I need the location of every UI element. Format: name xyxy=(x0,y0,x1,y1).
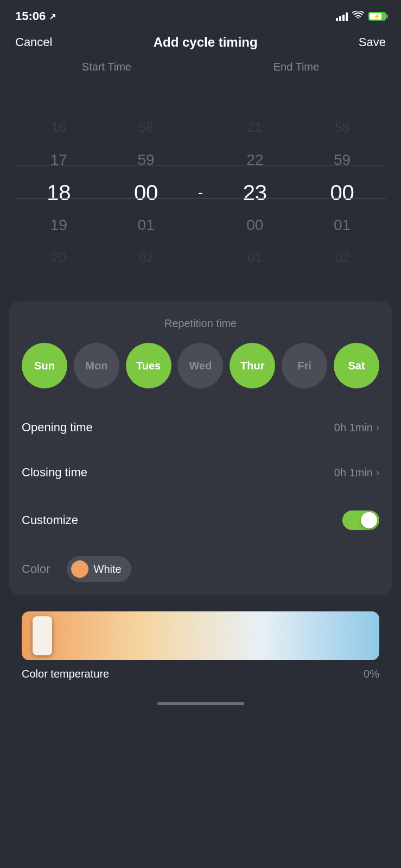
end-time-label: End Time xyxy=(273,61,319,73)
time-picker-section: 15 16 17 18 19 20 21 57 58 59 00 01 02 0… xyxy=(0,79,401,285)
picker-item: 16 xyxy=(15,111,103,144)
day-button-sat[interactable]: Sat xyxy=(334,343,379,388)
color-temperature-section: Color temperature 0% xyxy=(9,595,392,691)
time-separator: - xyxy=(190,79,212,285)
temp-value: 0% xyxy=(364,668,379,680)
picker-item-selected: 18 xyxy=(15,176,103,209)
days-row: Sun Mon Tues Wed Thur Fri Sat xyxy=(22,343,379,388)
picker-item: 58 xyxy=(103,111,190,144)
picker-item: 57 xyxy=(298,79,386,111)
picker-item: 01 xyxy=(212,241,299,274)
picker-item: 00 xyxy=(212,209,299,241)
picker-item: 57 xyxy=(103,79,190,111)
start-hour-picker[interactable]: 15 16 17 18 19 20 21 xyxy=(15,79,103,285)
signal-bars-icon xyxy=(336,11,348,21)
picker-item: 02 xyxy=(298,241,386,274)
picker-item: 58 xyxy=(298,111,386,144)
color-label: Color xyxy=(22,562,50,576)
picker-item: 02 xyxy=(103,241,190,274)
picker-item: 01 xyxy=(298,209,386,241)
chevron-right-icon: › xyxy=(376,467,379,478)
picker-item: 22 xyxy=(212,144,299,176)
picker-item: 59 xyxy=(298,144,386,176)
home-indicator-area xyxy=(0,691,401,714)
customize-row: Customize xyxy=(22,495,379,545)
opening-time-value[interactable]: 0h 1min › xyxy=(334,422,379,434)
day-button-mon[interactable]: Mon xyxy=(74,343,119,388)
save-button[interactable]: Save xyxy=(359,35,386,49)
picker-item: 03 xyxy=(298,274,386,285)
closing-time-display: 0h 1min xyxy=(334,467,373,479)
picker-item: 59 xyxy=(103,144,190,176)
day-button-fri[interactable]: Fri xyxy=(282,343,327,388)
home-indicator xyxy=(157,702,244,705)
wifi-icon xyxy=(352,11,364,22)
picker-item-selected: 23 xyxy=(212,176,299,209)
opening-time-label: Opening time xyxy=(22,420,93,435)
card-section: Repetition time Sun Mon Tues Wed Thur Fr… xyxy=(9,301,392,595)
picker-item: 20 xyxy=(15,241,103,274)
status-bar: 15:06 ↗ ⚡ xyxy=(0,0,401,29)
picker-item-selected: 00 xyxy=(103,176,190,209)
repetition-title: Repetition time xyxy=(22,317,379,330)
color-name: White xyxy=(94,563,122,576)
time-picker-grid: 15 16 17 18 19 20 21 57 58 59 00 01 02 0… xyxy=(15,79,386,285)
start-minute-picker[interactable]: 57 58 59 00 01 02 03 xyxy=(103,79,190,285)
temp-slider-track xyxy=(22,611,379,660)
day-button-tues[interactable]: Tues xyxy=(126,343,171,388)
cancel-button[interactable]: Cancel xyxy=(15,35,52,49)
opening-time-row[interactable]: Opening time 0h 1min › xyxy=(22,405,379,450)
picker-item: 15 xyxy=(15,79,103,111)
closing-time-row[interactable]: Closing time 0h 1min › xyxy=(22,450,379,495)
temp-slider-thumb[interactable] xyxy=(33,616,52,655)
location-icon: ↗ xyxy=(49,11,56,22)
picker-item: 21 xyxy=(15,274,103,285)
closing-time-label: Closing time xyxy=(22,465,87,480)
toggle-thumb xyxy=(361,512,377,528)
temp-row: Color temperature 0% xyxy=(22,668,379,680)
end-hour-picker[interactable]: 20 21 22 23 00 01 02 xyxy=(212,79,299,285)
color-pill[interactable]: White xyxy=(67,556,131,582)
color-circle xyxy=(71,560,88,578)
picker-item: 01 xyxy=(103,209,190,241)
status-time: 15:06 ↗ xyxy=(15,9,56,23)
time-labels: Start Time End Time xyxy=(0,61,401,79)
status-icons: ⚡ xyxy=(336,11,386,22)
picker-item: 02 xyxy=(212,274,299,285)
closing-time-value[interactable]: 0h 1min › xyxy=(334,467,379,479)
header: Cancel Add cycle timing Save xyxy=(0,29,401,61)
picker-item-selected: 00 xyxy=(298,176,386,209)
picker-item: 19 xyxy=(15,209,103,241)
temp-label: Color temperature xyxy=(22,668,109,680)
opening-time-display: 0h 1min xyxy=(334,422,373,434)
page-title: Add cycle timing xyxy=(154,35,258,50)
picker-item: 21 xyxy=(212,111,299,144)
day-button-sun[interactable]: Sun xyxy=(22,343,67,388)
picker-item: 03 xyxy=(103,274,190,285)
chevron-right-icon: › xyxy=(376,422,379,433)
battery-icon: ⚡ xyxy=(368,12,386,21)
day-button-wed[interactable]: Wed xyxy=(177,343,223,388)
time-picker-container[interactable]: 15 16 17 18 19 20 21 57 58 59 00 01 02 0… xyxy=(15,79,386,285)
time-display: 15:06 xyxy=(15,9,46,23)
picker-item: 20 xyxy=(212,79,299,111)
customize-label: Customize xyxy=(22,513,78,527)
customize-toggle[interactable] xyxy=(342,510,379,530)
color-temp-slider[interactable] xyxy=(22,611,379,660)
end-minute-picker[interactable]: 57 58 59 00 01 02 03 xyxy=(298,79,386,285)
picker-item: 17 xyxy=(15,144,103,176)
day-button-thur[interactable]: Thur xyxy=(230,343,275,388)
start-time-label: Start Time xyxy=(82,61,131,73)
color-row: Color White xyxy=(22,545,379,582)
